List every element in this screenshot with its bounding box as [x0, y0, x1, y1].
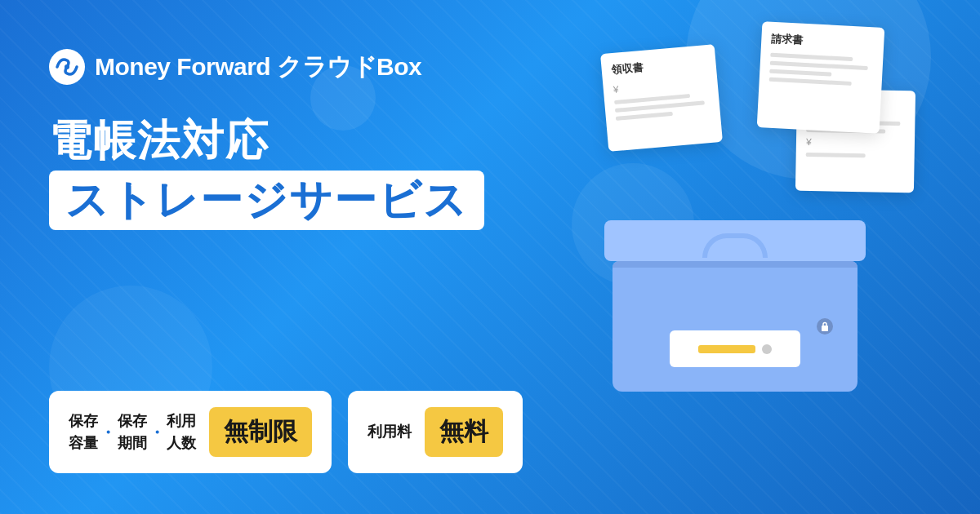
logo-area: Money Forward クラウドBox	[49, 49, 506, 85]
bottom-cards: 保存容量 ・ 保存期間 ・ 利用人数 無制限 利用料 無料	[49, 391, 523, 473]
card1-highlight: 無制限	[209, 407, 312, 457]
svg-rect-2	[822, 326, 828, 331]
left-content: Money Forward クラウドBox 電帳法対応 ストレージサービス	[49, 49, 506, 237]
card2-highlight: 無料	[425, 407, 503, 457]
doc1-line3	[616, 112, 673, 121]
svg-point-1	[65, 64, 69, 69]
box-label-dot	[762, 344, 772, 354]
title-line2-wrapper: ストレージサービス	[49, 171, 484, 230]
card1-text: 保存容量 ・ 保存期間 ・ 利用人数	[69, 410, 196, 454]
money-forward-logo-icon	[49, 49, 85, 85]
banner: Money Forward クラウドBox 電帳法対応 ストレージサービス 保存…	[0, 0, 980, 514]
box-body	[612, 261, 858, 392]
doc3-yen: ¥	[806, 136, 905, 149]
box-lock	[817, 318, 833, 335]
card2-label: 利用料	[368, 421, 412, 443]
doc2-line3	[769, 69, 831, 77]
doc1-yen: ¥	[612, 76, 708, 95]
archive-box	[612, 220, 858, 392]
doc-seikyusho: 請求書	[757, 21, 885, 134]
doc2-line1	[770, 53, 853, 61]
card-unlimited: 保存容量 ・ 保存期間 ・ 利用人数 無制限	[49, 391, 332, 473]
doc3-line3	[806, 153, 866, 157]
box-label	[670, 330, 800, 367]
right-illustration: 領収書 ¥ 請求書 見積書 ¥	[539, 24, 931, 392]
box-label-bar	[698, 345, 755, 353]
doc2-line2	[770, 61, 868, 70]
main-title: 電帳法対応 ストレージサービス	[49, 117, 506, 230]
logo-text: Money Forward クラウドBox	[95, 51, 421, 84]
doc2-title: 請求書	[771, 32, 875, 52]
box-handle	[702, 233, 768, 258]
card1-item1: 保存容量	[69, 410, 98, 454]
card1-item2: 保存期間	[118, 410, 147, 454]
title-line1: 電帳法対応	[49, 117, 506, 164]
doc-ryoshusho: 領収書 ¥	[600, 44, 723, 152]
card1-item3: 利用人数	[167, 410, 196, 454]
box-lid	[604, 220, 866, 261]
doc2-line4	[769, 78, 852, 86]
card-free: 利用料 無料	[348, 391, 523, 473]
title-line2: ストレージサービス	[65, 176, 468, 224]
doc1-title: 領収書	[611, 55, 706, 78]
